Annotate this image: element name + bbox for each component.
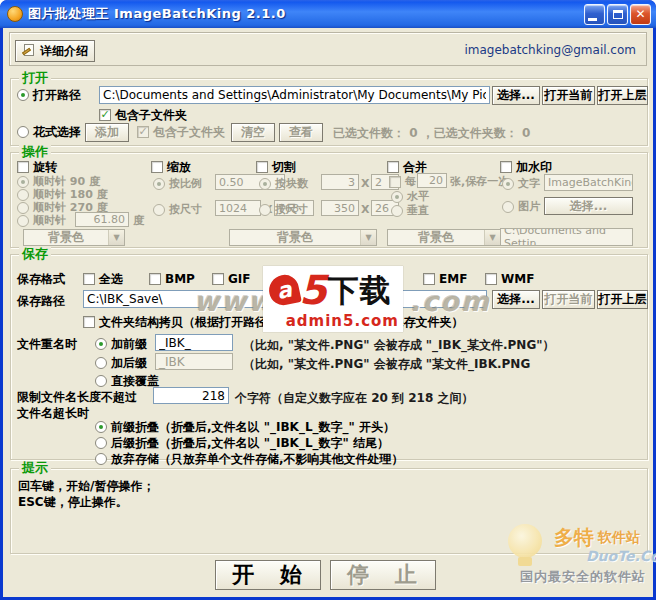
overwrite-label: 直接覆盖 [111,374,159,388]
maximize-button[interactable] [607,4,628,25]
limit-label: 限制文件名长度不超过 [17,390,137,404]
save-open-current-button[interactable]: 打开当前 [542,290,595,309]
zoom-label: 缩放 [167,160,191,174]
zoom-checkbox[interactable] [151,161,163,173]
minimize-icon [588,18,597,21]
fold-prefix-radio[interactable] [95,421,107,433]
format-png-checkbox[interactable] [317,273,329,285]
suffix-input[interactable]: _IBK [155,353,233,370]
merge-label: 合并 [403,160,427,174]
cw-custom-degree-input[interactable]: 61.80 [75,212,129,227]
format-jpg-checkbox[interactable] [269,273,281,285]
copy-structure-checkbox[interactable] [83,316,95,328]
intro-button[interactable]: 详细介绍 [15,40,95,62]
watermark-image-choose-button[interactable]: 选择... [544,197,633,215]
fold-drop-radio[interactable] [95,453,107,465]
cut-checkbox[interactable] [256,161,268,173]
format-all-label: 全选 [99,272,123,286]
cut-size-w-input[interactable]: 350 [321,200,359,216]
format-bmp-checkbox[interactable] [149,273,161,285]
suffix-radio[interactable] [95,357,107,369]
merge-every-checkbox[interactable] [389,176,401,188]
open-parent-button[interactable]: 打开上层 [597,86,648,105]
watermark-text-input[interactable]: ImageBatchKing [544,174,633,191]
zoom-width-input[interactable]: 1024 [215,200,261,216]
hint-group: 提示 回车键，开始/暂停操作； ESC键，停止操作。 [10,468,648,554]
include-subfolders2-checkbox[interactable]: ✓ [137,126,149,138]
cut-blocks-radio[interactable] [259,178,271,190]
limit-input[interactable]: 218 [153,387,229,404]
combo-arrow-icon: ▼ [360,230,376,245]
cut-x1-label: X [361,177,369,191]
close-icon: ✕ [635,7,645,21]
format-emf-label: EMF [439,272,467,286]
merge-vertical-radio[interactable] [391,205,403,217]
degree-unit-label: 度 [133,214,144,228]
format-bmp-label: BMP [165,272,195,286]
watermark-checkbox[interactable] [500,161,512,173]
merge-checkbox[interactable] [387,161,399,173]
duote-slogan: 国内最安全的软件站 [520,568,646,586]
save-format-label: 保存格式 [17,272,65,286]
open-choose-button[interactable]: 选择... [492,86,540,105]
fold-prefix-label: 前缀折叠（折叠后,文件名以 "_IBK_L_数字_" 开头） [111,420,395,434]
open-path-input[interactable] [99,86,490,104]
clear-button[interactable]: 清空 [231,123,275,142]
cw180-radio[interactable] [17,189,29,201]
format-gif-checkbox[interactable] [212,273,224,285]
merge-horizontal-label: 水平 [407,190,429,204]
merge-bgcolor-value: 背景色 [388,230,484,245]
zoom-ratio-label: 按比例 [169,177,202,191]
save-choose-button[interactable]: 选择... [492,290,540,309]
prefix-radio[interactable] [95,338,107,350]
cw270-radio[interactable] [17,202,29,214]
rotate-checkbox[interactable] [17,161,29,173]
save-path-input[interactable] [83,290,487,308]
format-png-label: PNG [333,272,362,286]
copy-structure-label: 文件夹结构拷贝（根据打开路径下各子文件夹结构,建立保存文件夹） [99,315,464,329]
merge-horizontal-radio[interactable] [391,191,403,203]
save-open-parent-button[interactable]: 打开上层 [597,290,648,309]
cw90-radio[interactable] [17,176,29,188]
stop-button[interactable]: 停 止 [330,560,436,590]
prefix-label: 加前缀 [111,337,147,351]
cw90-label: 顺时针 90 度 [33,175,100,189]
cut-bgcolor-combo[interactable]: 背景色 ▼ [229,229,377,246]
titlebar: 图片批处理王 ImageBatchKing 2.1.0 ✕ [0,0,656,28]
prefix-input[interactable] [155,334,233,351]
minimize-button[interactable] [584,4,605,25]
merge-bgcolor-combo[interactable]: 背景色 ▼ [387,229,501,246]
fold-suffix-radio[interactable] [95,437,107,449]
close-button[interactable]: ✕ [630,4,651,25]
cw-custom-radio[interactable] [17,215,29,227]
merge-count-input[interactable]: 20 [417,173,447,188]
merge-vertical-label: 垂直 [407,204,429,218]
rotate-bgcolor-value: 背景色 [24,230,108,245]
overwrite-radio[interactable] [95,375,107,387]
zoom-ratio-radio[interactable] [153,178,165,190]
format-wmf-checkbox[interactable] [485,273,497,285]
fancy-select-radio[interactable] [17,126,29,138]
zoom-size-radio[interactable] [153,204,165,216]
intro-icon [22,44,36,58]
add-button[interactable]: 添加 [85,123,129,142]
window-title: 图片批处理王 ImageBatchKing 2.1.0 [28,5,286,23]
rotate-bgcolor-combo[interactable]: 背景色 ▼ [23,229,125,246]
format-tif-checkbox[interactable] [363,273,375,285]
watermark-text-radio[interactable] [502,178,514,190]
watermark-image-radio[interactable] [502,201,514,213]
start-button[interactable]: 开 始 [215,560,321,590]
hint-line2: ESC键，停止操作。 [18,495,128,509]
maximize-icon [613,10,623,19]
include-subfolders-checkbox[interactable]: ✓ [99,109,111,121]
save-group-legend: 保存 [19,247,51,261]
open-current-button[interactable]: 打开当前 [542,86,595,105]
format-emf-checkbox[interactable] [423,273,435,285]
format-jpg-label: JPG [285,272,308,286]
combo-arrow-icon: ▼ [484,230,500,245]
format-all-checkbox[interactable] [83,273,95,285]
cut-size-radio[interactable] [259,204,271,216]
open-path-radio[interactable] [17,89,29,101]
view-button[interactable]: 查看 [279,123,323,142]
cut-blocks-x-input[interactable]: 3 [321,174,359,190]
